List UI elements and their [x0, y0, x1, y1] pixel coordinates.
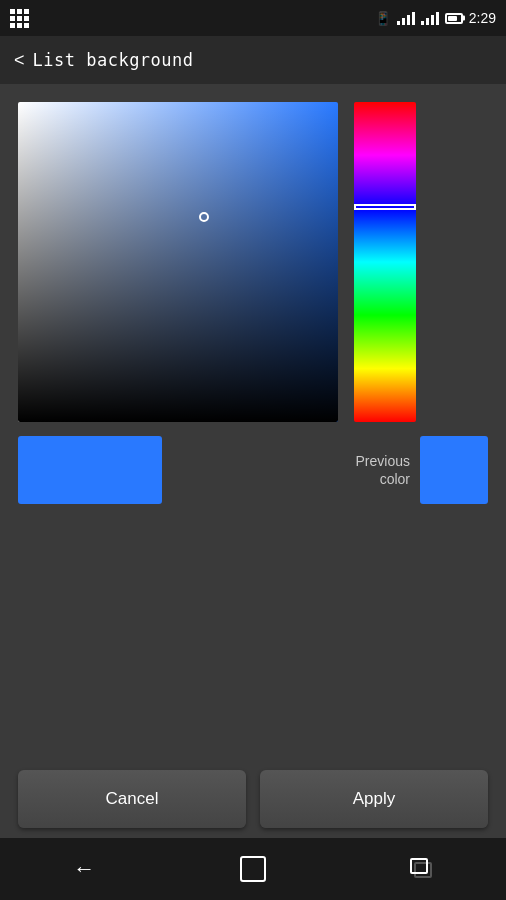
nav-back-button[interactable]: ← [59, 849, 109, 889]
color-picker-area[interactable] [18, 102, 338, 422]
signal-icon [421, 11, 439, 25]
previous-color-preview [420, 436, 488, 504]
main-content [0, 84, 506, 422]
bottom-buttons: Cancel Apply [0, 770, 506, 828]
page-title: List background [33, 50, 194, 70]
status-bar: 📱 2:29 [0, 0, 506, 36]
hue-slider[interactable] [354, 102, 416, 422]
cancel-button[interactable]: Cancel [18, 770, 246, 828]
apply-button[interactable]: Apply [260, 770, 488, 828]
header: < List background [0, 36, 506, 84]
nav-home-icon [240, 856, 266, 882]
status-left-icons [10, 9, 29, 28]
current-color-preview [18, 436, 162, 504]
color-gradient[interactable] [18, 102, 338, 422]
nav-back-icon: ← [73, 856, 95, 882]
back-button[interactable]: < [14, 50, 25, 71]
status-time: 2:29 [469, 10, 496, 26]
status-right-icons: 📱 2:29 [375, 10, 496, 26]
brightness-layer [18, 102, 338, 422]
color-preview-row: Previouscolor [18, 436, 488, 504]
hue-slider-container[interactable] [354, 102, 416, 422]
previous-color-label: Previouscolor [162, 452, 420, 488]
phone-icon: 📱 [375, 11, 391, 26]
battery-icon [445, 13, 463, 24]
nav-recent-button[interactable] [397, 849, 447, 889]
nav-recent-icon [410, 858, 434, 880]
nav-bar: ← [0, 838, 506, 900]
grid-icon [10, 9, 29, 28]
nav-home-button[interactable] [228, 849, 278, 889]
wifi-icon [397, 11, 415, 25]
